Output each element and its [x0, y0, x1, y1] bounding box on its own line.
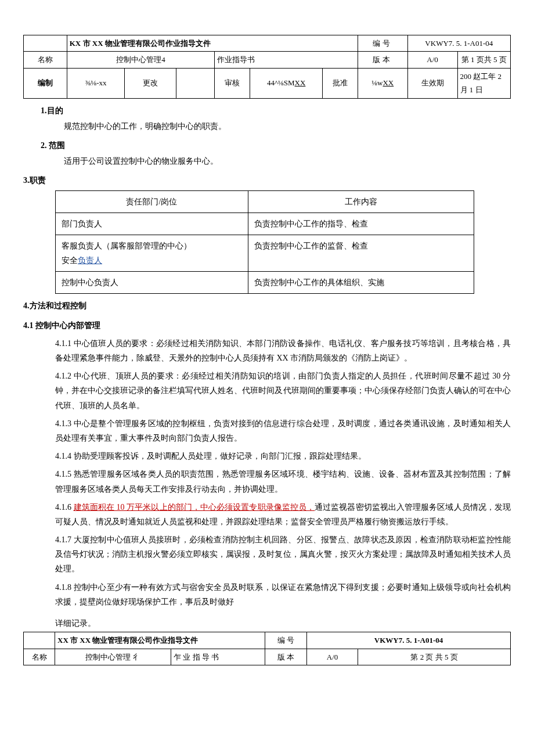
para-4-1-4: 4.1.4 协助受理顾客投诉，及时调配人员处理，做好记录，向部门汇报，跟踪处理结… — [55, 449, 511, 463]
para-4-1-7: 4.1.7 大厦控制中心值班人员接班时，必须检查消防控制主机回路、分区、报警点、… — [55, 532, 511, 577]
resp-row-2-dept-a: 客服负责人（属客服部管理的中心） — [62, 239, 242, 253]
label-version: 版本 — [358, 52, 407, 68]
responsibility-table: 责任部门/岗位 工作内容 部门负责人 负责控制中心工作的指导、检查 客服负责人（… — [55, 190, 474, 294]
resp-row-1-dept: 部门负责人 — [56, 213, 248, 235]
version: A/0 — [407, 52, 457, 68]
type-label-2: 乍 业 指 导 书 — [171, 649, 265, 665]
type-label: 作业指导书 — [215, 52, 358, 68]
resp-row-2-dept-link[interactable]: 负责人 — [78, 256, 102, 265]
label-approve: 批准 — [322, 68, 358, 98]
page-info-2: 第 2 页 共 5 页 — [358, 649, 511, 665]
section-1-text: 规范控制中心的工作，明确控制中心的职责。 — [64, 119, 511, 134]
resp-row-3-dept: 控制中心负责人 — [56, 272, 248, 294]
para-4-1-6: 4.1.6 建筑面积在 10 万平米以上的部门，中心必须设置专职录像监控员，通过… — [55, 500, 511, 529]
resp-header-dept: 责任部门/岗位 — [56, 190, 248, 213]
doc-no: VKWY7. 5. 1-A01-04 — [407, 35, 510, 52]
compile-val: ⅜⅛-xx — [67, 68, 125, 98]
label-compile: 编制 — [24, 68, 67, 98]
para-4-1-5: 4.1.5 熟悉管理服务区域各类人员的职责范围，熟悉管理服务区域环境、楼宇结构、… — [55, 467, 511, 496]
version-2: A/0 — [307, 649, 358, 665]
para-4-1-8: 4.1.8 控制中心至少有一种有效方式与宿舍安全员及时联系，以保证在紧急情况下得… — [55, 580, 511, 609]
change-val — [176, 68, 215, 98]
label-version-2: 版 本 — [265, 649, 307, 665]
resp-header-work: 工作内容 — [248, 190, 474, 213]
label-change: 更改 — [125, 68, 176, 98]
para-4-1-2: 4.1.2 中心代班、顶班人员的要求：必须经过相关消防知识的培训，由部门负责人指… — [55, 369, 511, 413]
doc-header-table-1: KX 市 XX 物业管理有限公司作业指导文件 编号 VKWY7. 5. 1-A0… — [23, 35, 511, 99]
para-4-1-6-link[interactable]: 建筑面积在 10 万平米以上的部门，中心必须设置专职录像监控员， — [74, 503, 315, 512]
page-info: 第 1 页共 5 页 — [457, 52, 510, 68]
label-effective: 生效期 — [407, 68, 457, 98]
company-doc-title-2: XX 市 XX 物业管理有限公司作业指导文件 — [55, 632, 265, 649]
label-name: 名称 — [24, 52, 67, 68]
resp-row-2-work: 负责控制中心工作的监督、检查 — [248, 235, 474, 271]
resp-row-2-dept-b: 安全 — [62, 256, 78, 265]
label-no-2: 编 号 — [265, 632, 307, 649]
resp-row-3-work: 负责控制中心工作的具体组织、实施 — [248, 272, 474, 294]
doc-name-2: 控制中心管理 彳 — [55, 649, 171, 665]
section-3-title: 3.职责 — [23, 173, 511, 188]
section-4-title: 4.方法和过程控制 — [23, 298, 511, 313]
doc-name: 控制中心管理4 — [67, 52, 215, 68]
section-4-1-title: 4.1 控制中心内部管理 — [23, 318, 511, 333]
section-2-title: 2. 范围 — [41, 138, 511, 153]
doc-header-table-2: XX 市 XX 物业管理有限公司作业指导文件 编 号 VKWY7. 5. 1-A… — [23, 632, 511, 665]
para-4-1-3: 4.1.3 中心是整个管理服务区域的控制枢纽，负责对接到的信息进行综合处理，及时… — [55, 416, 511, 445]
resp-row-1-work: 负责控制中心工作的指导、检查 — [248, 213, 474, 235]
para-4-1-6-prefix: 4.1.6 — [55, 503, 74, 512]
section-2-text: 适用于公司设置控制中心的物业服务中心。 — [64, 154, 511, 168]
doc-no-2: VKWY7. 5. 1-A01-04 — [307, 632, 511, 649]
review-val: 44^⅛SMXX — [250, 68, 323, 98]
label-name-2: 名称 — [24, 649, 55, 665]
company-doc-title: KX 市 XX 物业管理有限公司作业指导文件 — [67, 35, 358, 52]
resp-row-2-dept: 客服负责人（属客服部管理的中心） 安全负责人 — [56, 235, 248, 271]
para-4-1-1: 4.1.1 中心值班人员的要求：必须经过相关消防知识、本部门消防设备操作、电话礼… — [55, 336, 511, 365]
section-1-title: 1.目的 — [41, 103, 511, 118]
label-no: 编号 — [358, 35, 407, 52]
label-review: 审核 — [215, 68, 250, 98]
effective-date: 200 赵工年 2 月 1 日 — [457, 68, 510, 98]
para-4-1-8b: 详细记录。 — [55, 616, 511, 631]
approve-val: ⅛wXX — [358, 68, 407, 98]
